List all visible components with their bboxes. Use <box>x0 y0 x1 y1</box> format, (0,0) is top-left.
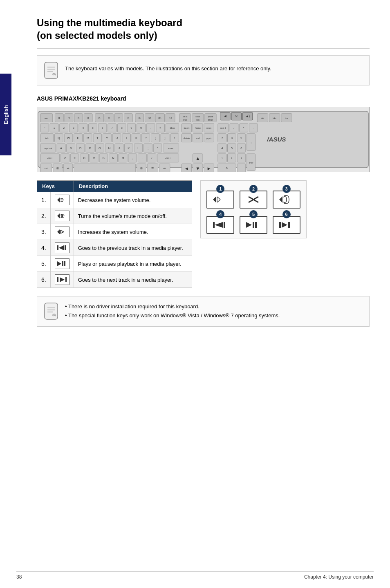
keyboard-image: esc f1 f2 f3 f4 f5 f6 f7 f8 f9 f10 f11 <box>37 107 370 172</box>
svg-line-236 <box>61 230 64 232</box>
svg-text:tab: tab <box>45 137 49 139</box>
svg-rect-260 <box>255 222 257 228</box>
media-key-diagram: 1 2 3 4 5 6 <box>200 180 307 238</box>
svg-rect-243 <box>62 261 63 266</box>
row-description: Decreases the system volume. <box>74 192 192 208</box>
svg-text:0: 0 <box>226 166 227 170</box>
svg-text:esc: esc <box>45 117 48 119</box>
diagram-key-button <box>273 216 300 234</box>
svg-marker-256 <box>215 222 223 228</box>
svg-text:I: I <box>126 136 127 140</box>
svg-rect-208 <box>74 164 136 172</box>
svg-text:0: 0 <box>140 127 142 130</box>
svg-text:V: V <box>93 157 95 160</box>
diagram-cell-2: 2 <box>238 185 269 209</box>
diagram-key-button <box>240 191 267 209</box>
svg-text:shift ⇧: shift ⇧ <box>165 158 171 160</box>
svg-text:2: 2 <box>231 157 232 160</box>
key-icon-box <box>55 258 69 269</box>
svg-marker-246 <box>60 277 65 282</box>
svg-text:-: - <box>253 127 254 130</box>
diagram-cell-number: 2 <box>249 185 258 193</box>
language-tab-label: English <box>3 105 9 124</box>
footer-chapter: Chapter 4: Using your computer <box>304 574 374 580</box>
svg-text:.: . <box>142 157 143 160</box>
svg-text:lock: lock <box>196 119 200 121</box>
svg-line-249 <box>217 197 220 200</box>
svg-marker-235 <box>57 229 60 234</box>
row-description: Turns the volume's mute mode on/off. <box>74 208 192 224</box>
svg-text:◄): ◄) <box>245 114 250 119</box>
svg-text:▲: ▲ <box>195 156 200 161</box>
svg-text:]: ] <box>164 136 165 140</box>
svg-text:-: - <box>150 127 151 130</box>
diagram-row-bottom: 4 5 6 <box>205 210 302 234</box>
svg-text:4: 4 <box>83 127 84 130</box>
svg-text:/: / <box>234 127 235 130</box>
svg-text:home: home <box>195 127 201 130</box>
bottom-note-list: There is no driver installation required… <box>65 302 280 320</box>
top-note-text: The keyboard varies with models. The ill… <box>65 61 271 73</box>
diagram-cell-1: 1 <box>205 185 236 209</box>
svg-text:8: 8 <box>121 127 123 130</box>
row-description: Goes to the previous track in a media pl… <box>74 240 192 256</box>
diagram-key-button <box>206 216 234 234</box>
svg-text:3: 3 <box>73 127 74 130</box>
svg-text:f5: f5 <box>99 117 101 119</box>
key-icon-box <box>55 227 69 237</box>
svg-rect-245 <box>57 277 58 282</box>
row-key-icon <box>50 208 74 224</box>
row-key-icon <box>50 192 74 208</box>
row-number: 1. <box>37 192 51 208</box>
svg-text:alt: alt <box>67 167 69 170</box>
row-key-icon <box>50 272 74 288</box>
svg-text:W: W <box>67 136 70 140</box>
svg-text:R: R <box>87 136 89 140</box>
svg-text:O: O <box>135 136 137 140</box>
svg-text:M: M <box>121 157 124 160</box>
top-note-box: The keyboard varies with models. The ill… <box>37 55 370 85</box>
keys-table: Keys Description 1. Decreases the system… <box>37 180 192 288</box>
svg-text:N: N <box>112 157 114 160</box>
svg-text:U: U <box>116 136 118 140</box>
diagram-cell-6: 6 <box>271 210 302 234</box>
svg-text:3: 3 <box>241 157 242 160</box>
svg-text:f4: f4 <box>87 117 89 119</box>
table-row: 6. Goes to the next track in a media pla… <box>37 272 192 288</box>
svg-marker-229 <box>57 213 60 218</box>
svg-text:S: S <box>70 146 72 150</box>
svg-text:◄: ◄ <box>223 114 227 119</box>
svg-text:break: break <box>208 119 213 121</box>
svg-text:►: ► <box>207 166 211 171</box>
svg-text:C: C <box>83 157 85 160</box>
note-icon <box>44 61 58 79</box>
svg-text:ctrl: ctrl <box>45 167 48 170</box>
svg-text:K: K <box>128 146 130 150</box>
svg-marker-242 <box>57 261 61 266</box>
svg-text:=: = <box>159 127 161 130</box>
diagram-key-button <box>273 191 300 209</box>
bottom-note-box: There is no driver installation required… <box>37 296 370 326</box>
svg-text:Y: Y <box>106 136 108 140</box>
svg-text:enter: enter <box>168 147 173 150</box>
svg-text:9: 9 <box>131 127 132 130</box>
svg-text:f6: f6 <box>108 117 110 119</box>
svg-text:prt sc: prt sc <box>183 116 188 118</box>
svg-text:caps lock: caps lock <box>44 148 52 150</box>
svg-text:6: 6 <box>102 127 103 130</box>
diagram-key-button <box>240 216 267 234</box>
diagram-cell-number: 6 <box>282 210 291 218</box>
svg-text:f2: f2 <box>68 117 70 119</box>
svg-text:☰: ☰ <box>151 167 154 170</box>
footer-page-number: 38 <box>16 574 22 580</box>
key-icon-box <box>55 211 69 221</box>
svg-text:▼: ▼ <box>195 166 200 171</box>
svg-text:insert: insert <box>184 127 189 130</box>
svg-rect-244 <box>64 261 65 266</box>
svg-text:pg up: pg up <box>206 128 211 130</box>
svg-text:1: 1 <box>222 157 223 160</box>
table-row: 4. Goes to the previous track in a media… <box>37 240 192 256</box>
svg-text:/ASUS: /ASUS <box>267 136 286 143</box>
svg-text:f7: f7 <box>118 117 120 119</box>
svg-rect-261 <box>279 222 281 228</box>
